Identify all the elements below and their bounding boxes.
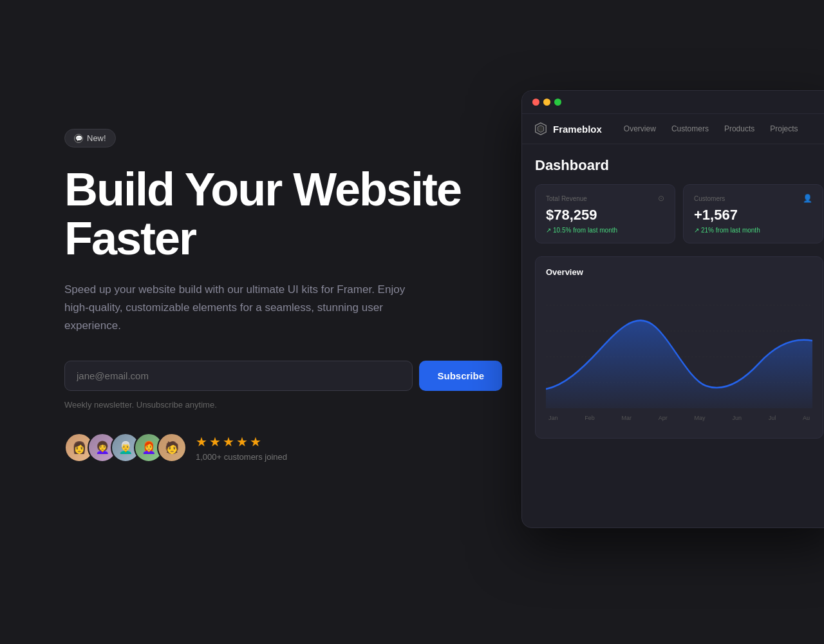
x-label-jan: Jan <box>548 415 558 421</box>
nav-item-products[interactable]: Products <box>724 124 754 133</box>
stat-card-revenue: Total Revenue ⊙ $78,259 10.5% from last … <box>535 184 675 243</box>
chart-area: Jan Feb Mar Apr May Jun Jul Au <box>546 286 812 428</box>
new-badge[interactable]: 💬 New! <box>64 129 116 147</box>
star-icon: ★ <box>250 434 261 450</box>
star-rating: ★ ★ ★ ★ ★ <box>196 434 287 450</box>
avatar: 🧑 <box>157 433 187 462</box>
proof-text: ★ ★ ★ ★ ★ 1,000+ customers joined <box>196 434 287 462</box>
x-label-mar: Mar <box>622 415 632 421</box>
hero-title: Build Your Website Faster <box>64 166 502 263</box>
x-label-may: May <box>695 415 706 421</box>
overview-title: Overview <box>546 267 812 277</box>
stat-value-revenue: $78,259 <box>546 207 664 223</box>
chart-x-labels: Jan Feb Mar Apr May Jun Jul Au <box>546 411 812 421</box>
overview-card: Overview <box>535 256 823 439</box>
logo-text: Frameblox <box>553 124 602 135</box>
close-dot <box>532 99 539 106</box>
maximize-dot <box>554 99 561 106</box>
star-icon: ★ <box>196 434 207 450</box>
x-label-jun: Jun <box>732 415 742 421</box>
form-hint: Weekly newsletter. Unsubscribe anytime. <box>64 400 502 410</box>
customers-icon: 👤 <box>803 194 812 203</box>
stats-row: Total Revenue ⊙ $78,259 10.5% from last … <box>535 184 823 243</box>
dashboard-nav: Frameblox Overview Customers Products Pr… <box>522 114 824 144</box>
logo-icon <box>534 122 548 136</box>
avatar-group: 👩 👩‍🦱 👨‍🦳 👩‍🦰 🧑 <box>64 433 187 462</box>
stat-change-revenue: 10.5% from last month <box>546 227 664 234</box>
star-icon: ★ <box>236 434 248 450</box>
stat-value-customers: +1,567 <box>694 207 812 223</box>
dashboard-mockup: Frameblox Overview Customers Products Pr… <box>521 90 824 528</box>
star-icon: ★ <box>223 434 234 450</box>
x-label-feb: Feb <box>585 415 595 421</box>
window-chrome <box>522 91 824 114</box>
x-label-aug: Au <box>803 415 810 421</box>
stat-label-customers: Customers 👤 <box>694 194 812 203</box>
nav-item-projects[interactable]: Projects <box>770 124 798 133</box>
svg-marker-1 <box>538 126 543 133</box>
social-proof: 👩 👩‍🦱 👨‍🦳 👩‍🦰 🧑 ★ ★ ★ ★ ★ 1 <box>64 433 502 462</box>
chat-icon: 💬 <box>74 134 83 143</box>
nav-item-overview[interactable]: Overview <box>624 124 656 133</box>
hero-section: 💬 New! Build Your Website Faster Speed u… <box>64 129 502 462</box>
stat-change-customers: 21% from last month <box>694 227 812 234</box>
x-label-jul: Jul <box>769 415 776 421</box>
dashboard-logo: Frameblox <box>534 122 602 136</box>
email-input[interactable] <box>64 361 413 391</box>
revenue-icon: ⊙ <box>658 194 664 203</box>
email-form: Subscribe <box>64 361 502 391</box>
hero-subtitle: Speed up your website build with our ult… <box>64 281 431 335</box>
customer-count: 1,000+ customers joined <box>196 452 287 462</box>
star-icon: ★ <box>209 434 221 450</box>
badge-label: New! <box>87 133 106 143</box>
subscribe-button[interactable]: Subscribe <box>419 361 502 391</box>
x-label-apr: Apr <box>659 415 668 421</box>
dashboard-title: Dashboard <box>535 157 823 174</box>
chart-svg <box>546 286 812 408</box>
nav-item-customers[interactable]: Customers <box>671 124 709 133</box>
dashboard-content: Dashboard Total Revenue ⊙ $78,259 10.5% … <box>522 144 824 439</box>
minimize-dot <box>543 99 550 106</box>
stat-card-customers: Customers 👤 +1,567 21% from last month <box>683 184 823 243</box>
stat-label-revenue: Total Revenue ⊙ <box>546 194 664 203</box>
